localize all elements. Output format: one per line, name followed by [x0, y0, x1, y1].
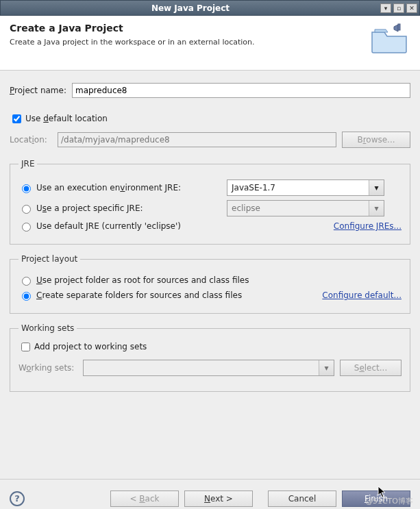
maximize-button[interactable]: ▫	[393, 3, 404, 13]
chevron-down-icon: ▾	[369, 201, 384, 216]
project-name-row: Project name:	[10, 83, 410, 98]
close-button[interactable]: ✕	[406, 3, 417, 13]
jre-exec-env-row: Use an execution environment JRE: JavaSE…	[18, 179, 402, 196]
page-subtitle: Create a Java project in the workspace o…	[10, 38, 369, 47]
layout-root-radio[interactable]	[22, 277, 31, 286]
chevron-down-icon: ▾	[369, 180, 384, 195]
working-sets-select-button: Select...	[340, 360, 402, 376]
project-name-label: Project name:	[10, 86, 66, 95]
configure-default-link[interactable]: Configure default...	[322, 290, 402, 300]
layout-root-row: Use project folder as root for sources a…	[18, 275, 402, 286]
jre-exec-env-label: Use an execution environment JRE:	[36, 183, 227, 193]
jre-default-row: Use default JRE (currently 'eclipse') Co…	[18, 221, 402, 232]
location-label: Location:	[10, 135, 52, 145]
back-button: < Back	[110, 491, 179, 507]
jre-legend: JRE	[18, 159, 37, 169]
working-sets-combo: ▾	[83, 360, 334, 376]
browse-button: Browse...	[342, 132, 410, 148]
page-title: Create a Java Project	[10, 23, 369, 34]
jre-default-label: Use default JRE (currently 'eclipse')	[36, 221, 334, 231]
jre-exec-env-combo[interactable]: JavaSE-1.7 ▾	[227, 179, 384, 196]
svg-rect-0	[398, 24, 400, 30]
cancel-button[interactable]: Cancel	[268, 491, 336, 507]
add-working-sets-label: Add project to working sets	[34, 342, 147, 351]
titlebar: New Java Project ▾ ▫ ✕	[0, 0, 420, 16]
use-default-location-row: Use default location	[10, 112, 410, 125]
working-sets-legend: Working sets	[18, 323, 77, 333]
dialog-content: Project name: Use default location Locat…	[0, 71, 420, 479]
jre-group: JRE Use an execution environment JRE: Ja…	[10, 159, 410, 245]
jre-project-specific-row: Use a project specific JRE: eclipse ▾	[18, 200, 402, 216]
jre-project-specific-radio[interactable]	[22, 205, 31, 214]
layout-separate-label: Create separate folders for sources and …	[36, 290, 322, 300]
project-layout-legend: Project layout	[18, 254, 80, 264]
jre-default-radio[interactable]	[22, 223, 31, 232]
location-input	[58, 132, 336, 147]
help-icon[interactable]: ?	[10, 491, 25, 506]
working-sets-label: Working sets:	[18, 363, 77, 373]
layout-root-label: Use project folder as root for sources a…	[36, 275, 249, 285]
working-sets-select-row: Working sets: ▾ Select...	[18, 360, 402, 376]
use-default-location-checkbox[interactable]	[12, 114, 21, 123]
location-row: Location: Browse...	[10, 132, 410, 148]
dialog-footer: ? < Back Next > Cancel Finish	[0, 479, 420, 509]
jre-exec-env-radio[interactable]	[22, 184, 31, 193]
jre-project-specific-label: Use a project specific JRE:	[36, 203, 227, 213]
layout-separate-radio[interactable]	[22, 292, 31, 301]
dialog-header: Create a Java Project Create a Java proj…	[0, 16, 420, 71]
add-working-sets-checkbox[interactable]	[21, 343, 30, 351]
watermark: @51CTO博客	[365, 496, 413, 506]
layout-separate-row: Create separate folders for sources and …	[18, 290, 402, 301]
wizard-folder-icon	[369, 23, 410, 58]
chevron-down-icon: ▾	[319, 360, 334, 375]
minimize-button[interactable]: ▾	[380, 3, 391, 13]
add-working-sets-row: Add project to working sets	[18, 340, 402, 353]
project-layout-group: Project layout Use project folder as roo…	[10, 254, 410, 314]
use-default-location-label: Use default location	[25, 114, 108, 123]
project-name-input[interactable]	[72, 83, 410, 98]
window-title: New Java Project	[1, 3, 380, 13]
configure-jres-link[interactable]: Configure JREs...	[334, 221, 402, 231]
next-button[interactable]: Next >	[184, 491, 253, 507]
jre-project-specific-combo: eclipse ▾	[227, 200, 384, 216]
working-sets-group: Working sets Add project to working sets…	[10, 323, 410, 392]
